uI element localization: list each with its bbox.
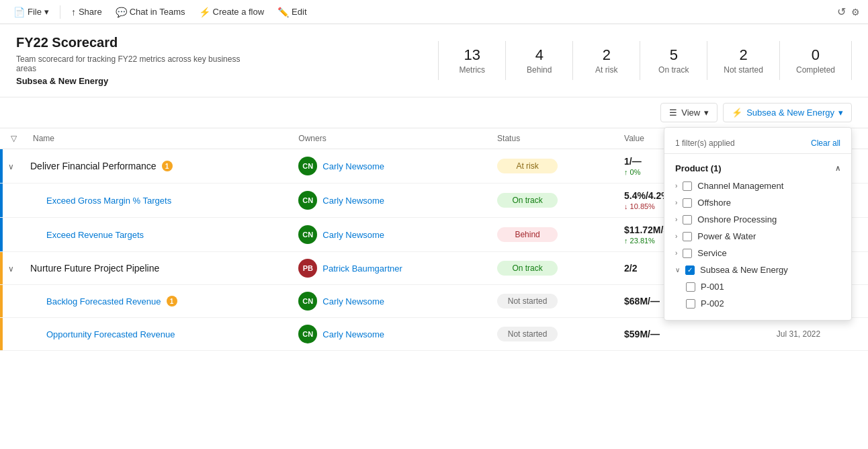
owner-cell: CN Carly Newsome	[298, 292, 481, 311]
owner-name[interactable]: Patrick Baumgartner	[322, 263, 402, 274]
filter-item[interactable]: › Offshore	[664, 194, 851, 211]
col-status: Status	[489, 128, 616, 149]
edit-icon: ✏️	[277, 7, 289, 17]
filter-item-label: Channel Management	[697, 181, 783, 191]
metric-number: 5	[670, 46, 678, 64]
owner-name[interactable]: Carly Newsome	[322, 196, 384, 206]
value-main: $59M/—	[624, 329, 761, 339]
refresh-icon[interactable]: ↺	[837, 5, 846, 18]
chat-teams-button[interactable]: 💬 Chat in Teams	[110, 4, 191, 20]
checkbox[interactable]	[683, 249, 692, 258]
checkbox[interactable]: ✓	[685, 266, 695, 275]
scorecard-desc: Team scorecard for tracking FY22 metrics…	[16, 54, 245, 73]
checkbox[interactable]	[686, 299, 695, 309]
row-name[interactable]: Nurture Future Project Pipeline	[30, 263, 159, 274]
checkbox[interactable]	[683, 215, 692, 225]
scorecard-title: FY22 Scorecard	[16, 35, 245, 50]
metric-label: Behind	[527, 65, 552, 75]
row-status-cell: On track	[489, 183, 616, 218]
row-name-cell: Deliver Financial Performance 1	[25, 149, 290, 183]
owner-name[interactable]: Carly Newsome	[322, 230, 384, 240]
name-cell: Backlog Forecasted Revenue 1	[46, 296, 282, 307]
status-badge: At risk	[497, 159, 558, 173]
filter-label: Subsea & New Energy	[746, 108, 834, 118]
file-icon: 📄	[13, 7, 25, 17]
filter-item[interactable]: › Channel Management	[664, 177, 851, 194]
file-menu[interactable]: 📄 File ▾	[8, 4, 54, 20]
row-name-cell: Backlog Forecasted Revenue 1	[25, 285, 290, 318]
name-cell: Opportunity Forecasted Revenue	[46, 329, 282, 339]
metric-label: Not started	[724, 65, 763, 75]
expand-icon: ›	[675, 233, 677, 240]
filter-item-label: Onshore Processing	[697, 214, 777, 225]
metric-label: On track	[658, 65, 689, 75]
row-name-cell: Opportunity Forecasted Revenue	[25, 318, 290, 351]
row-owner-cell: PB Patrick Baumgartner	[290, 252, 489, 285]
view-icon: ☰	[669, 108, 677, 118]
row-expand	[3, 285, 25, 318]
owner-name[interactable]: Carly Newsome	[322, 161, 384, 171]
metric-box-behind: 4 Behind	[505, 41, 572, 80]
expand-icon: ›	[675, 249, 677, 257]
avatar: CN	[298, 325, 317, 343]
chat-label: Chat in Teams	[130, 7, 185, 17]
collapse-icon[interactable]: ∨	[8, 264, 14, 274]
filter-item[interactable]: › Power & Water	[664, 228, 851, 245]
filter-clear-button[interactable]: Clear all	[811, 138, 840, 148]
row-name[interactable]: Exceed Gross Margin % Targets	[46, 196, 171, 206]
filter-item-label: Offshore	[697, 198, 731, 208]
collapse-icon[interactable]: ∨	[8, 162, 14, 171]
filter-item[interactable]: › Onshore Processing	[664, 211, 851, 228]
filter-sub-item-label: P-001	[701, 282, 724, 292]
avatar: CN	[298, 191, 317, 210]
row-name[interactable]: Deliver Financial Performance	[30, 161, 157, 171]
metric-label: Metrics	[459, 65, 485, 75]
owner-cell: CN Carly Newsome	[298, 157, 481, 175]
table-row: Opportunity Forecasted Revenue CN Carly …	[0, 318, 868, 351]
metric-number: 4	[535, 46, 544, 64]
row-name[interactable]: Exceed Revenue Targets	[46, 230, 144, 240]
row-owner-cell: CN Carly Newsome	[290, 149, 489, 183]
main-content: FY22 Scorecard Team scorecard for tracki…	[0, 24, 868, 449]
filter-item[interactable]: ∨ ✓ Subsea & New Energy	[664, 261, 851, 278]
row-value-cell: $59M/—	[616, 318, 769, 351]
view-button[interactable]: ☰ View ▾	[660, 103, 718, 122]
row-name[interactable]: Opportunity Forecasted Revenue	[46, 329, 175, 339]
col-expand: ▽	[3, 128, 25, 149]
expand-icon: ∨	[675, 266, 680, 274]
filter-icon[interactable]: ▽	[11, 134, 17, 143]
metric-number: 2	[739, 46, 747, 64]
checkbox[interactable]	[683, 181, 692, 191]
status-badge: Not started	[497, 327, 558, 341]
filter-button[interactable]: ⚡ Subsea & New Energy ▾	[723, 103, 852, 122]
filter-org-icon: ⚡	[732, 108, 742, 118]
filter-item-label: Power & Water	[697, 231, 756, 241]
metric-label: At risk	[595, 65, 617, 75]
row-name[interactable]: Backlog Forecasted Revenue	[46, 296, 161, 307]
checkbox[interactable]	[683, 198, 692, 208]
view-chevron-icon: ▾	[704, 108, 709, 118]
row-expand: ∨	[3, 252, 25, 285]
row-expand	[3, 318, 25, 351]
note-badge: 1	[162, 161, 173, 171]
share-button[interactable]: ↑ Share	[66, 4, 107, 20]
filter-sub-item[interactable]: P-002	[664, 295, 851, 312]
divider-1	[60, 5, 60, 19]
edit-button[interactable]: ✏️ Edit	[272, 4, 312, 20]
checkbox[interactable]	[686, 282, 695, 292]
row-expand	[3, 183, 25, 218]
filter-icon-top[interactable]: ⚙	[851, 7, 860, 17]
create-flow-button[interactable]: ⚡ Create a flow	[193, 4, 270, 20]
owner-name[interactable]: Carly Newsome	[322, 329, 384, 339]
filter-item[interactable]: › Service	[664, 245, 851, 261]
checkbox[interactable]	[683, 232, 692, 241]
metric-box-metrics: 13 Metrics	[438, 41, 505, 80]
file-label: File	[28, 7, 42, 17]
filter-section-product[interactable]: Product (1) ∧	[664, 159, 851, 177]
filter-sub-item[interactable]: P-001	[664, 278, 851, 295]
filter-item-label: Subsea & New Energy	[700, 265, 788, 275]
header-section: FY22 Scorecard Team scorecard for tracki…	[0, 24, 868, 97]
owner-name[interactable]: Carly Newsome	[322, 296, 384, 307]
expand-icon: ›	[675, 216, 677, 223]
name-cell: Exceed Revenue Targets	[46, 230, 282, 240]
